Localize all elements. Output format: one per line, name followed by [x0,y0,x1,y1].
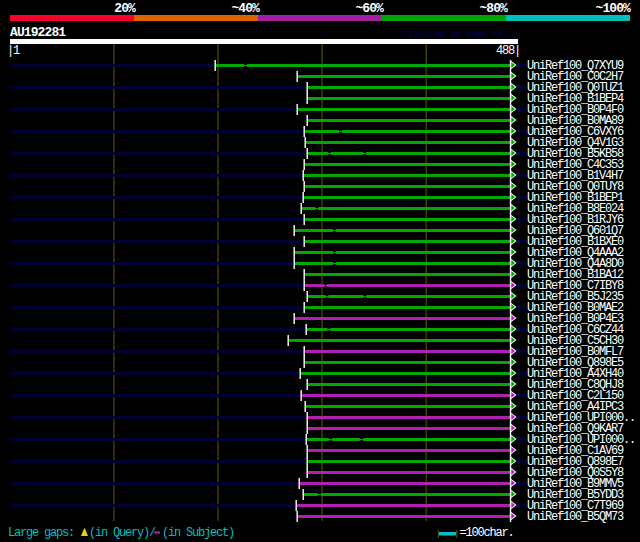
svg-text:|1: |1 [7,44,20,58]
svg-text:~100%: ~100% [595,1,631,16]
svg-text:=100char.: =100char. [460,526,514,540]
svg-text:AlignView.pm Beta rel.7: AlignView.pm Beta rel.7 [398,30,518,40]
svg-text:(in Subject): (in Subject) [162,526,234,540]
svg-text:20%: 20% [114,1,136,16]
svg-text:~60%: ~60% [355,1,384,16]
svg-text:~80%: ~80% [479,1,508,16]
svg-text:Large gaps:: Large gaps: [8,526,74,540]
svg-text:AU192281: AU192281 [10,25,66,40]
svg-text:488|: 488| [496,44,520,58]
svg-text:(in Query)/: (in Query)/ [89,526,156,540]
svg-text:UniRef100_B5QM73: UniRef100_B5QM73 [527,510,624,524]
svg-text:~40%: ~40% [231,1,260,16]
